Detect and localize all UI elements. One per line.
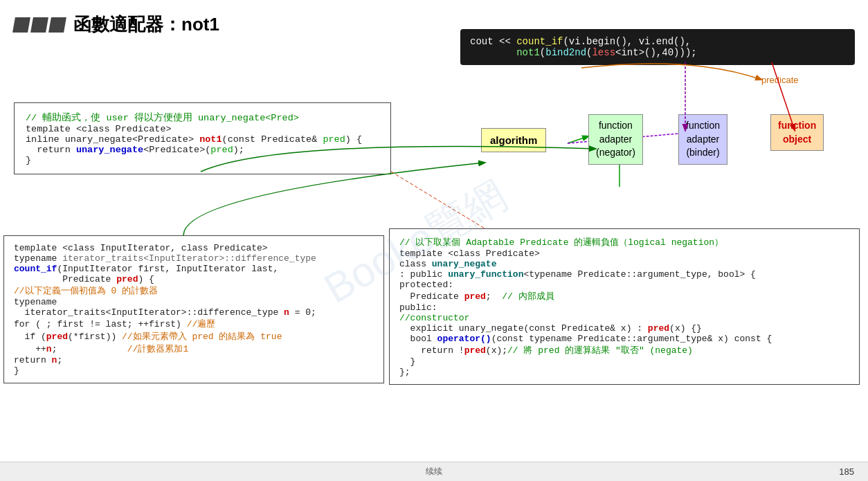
- unary-pred-init: pred: [648, 323, 669, 334]
- code-box-topright: cout << count_if(vi.begin(), vi.end(), n…: [460, 29, 855, 65]
- ci-line10: return n;: [14, 355, 374, 365]
- fa-negator-box: function adapter (negator): [588, 114, 643, 165]
- page-title: 函數適配器：not1: [73, 12, 219, 37]
- icon-bar-2: [30, 17, 48, 33]
- code-box-countif: template <class InputIterator, class Pre…: [3, 235, 384, 383]
- ci-pred-kw: pred: [116, 274, 138, 284]
- code-box-helper: // 輔助函式，使 user 得以方便使用 unary_negate<Pred>…: [14, 102, 391, 174]
- unary-constructor-comment: //constructor: [399, 313, 849, 323]
- helper-comment: // 輔助函式，使 user 得以方便使用 unary_negate<Pred>: [26, 111, 379, 124]
- pred-kw2: pred: [210, 145, 233, 155]
- fo-line2: object: [783, 134, 811, 145]
- ci-line7: for ( ; first != last; ++first) //遍歷: [14, 318, 374, 330]
- bottom-bar: 续续: [0, 462, 868, 481]
- ci-line11: }: [14, 365, 374, 376]
- ci-traits: iterator_traits<InputIterator>::differen…: [62, 253, 316, 264]
- unary-negate-class: unary_negate: [432, 259, 497, 269]
- not1-kw: not1: [199, 134, 221, 145]
- ci-if-comment: //如果元素帶入 pred 的結果為 true: [122, 332, 282, 342]
- title-area: 函數適配器：not1: [14, 12, 219, 37]
- ci-line3: count_if(InputIterator first, InputItera…: [14, 264, 374, 274]
- code-box-unary: // 以下取某個 Adaptable Predicate 的邏輯負值（logic…: [389, 228, 860, 385]
- nav-text: 续续: [426, 466, 442, 478]
- algorithm-box: algorithm: [481, 128, 546, 152]
- svg-line-0: [568, 136, 588, 143]
- unary-line8: bool operator()(const typename Predicate…: [399, 334, 849, 344]
- ci-for-comment: //遍歷: [187, 319, 216, 329]
- ci-comment1: //以下定義一個初值為 0 的計數器: [14, 284, 374, 297]
- unary-line11: };: [399, 367, 849, 377]
- unary-function-kw: unary_function: [448, 269, 523, 280]
- fa-negator-line3: (negator): [596, 147, 635, 158]
- ci-return-n: n: [52, 355, 57, 365]
- icon-bar-1: [12, 17, 30, 33]
- ci-inc-comment: //計數器累加1: [127, 344, 188, 354]
- code-line-2: not1(bind2nd(less<int>(),40)));: [470, 47, 845, 58]
- unary-line2: class unary_negate: [399, 259, 849, 269]
- ci-line1: template <class InputIterator, class Pre…: [14, 243, 374, 253]
- fa-negator-line1: function: [599, 120, 633, 131]
- fa-binder-box: function adapter (binder): [678, 114, 727, 165]
- unary-pred-call: pred: [464, 345, 486, 356]
- ci-line4: Predicate pred) {: [14, 274, 374, 284]
- not1-keyword: not1: [516, 47, 540, 58]
- unary-pred-member: pred: [464, 291, 486, 302]
- page-number: 185: [839, 466, 854, 477]
- code-line-1: cout << count_if(vi.begin(), vi.end(),: [470, 36, 845, 47]
- fa-binder-line1: function: [686, 120, 720, 131]
- less-keyword: less: [592, 47, 615, 58]
- ci-n-kw: n: [284, 307, 289, 318]
- fa-binder-line3: (binder): [686, 147, 719, 158]
- unary-operator-kw: operator(): [437, 334, 491, 344]
- helper-line3: return unary_negate<Predicate>(pred);: [26, 145, 379, 155]
- unary-pred-comment: // 內部成員: [502, 291, 554, 302]
- ci-line2: typename iterator_traits<InputIterator>:…: [14, 253, 374, 264]
- unary-line7: explicit unary_negate(const Predicate& x…: [399, 323, 849, 334]
- ci-countif-kw: count_if: [14, 264, 57, 274]
- ci-line5: typename: [14, 297, 374, 307]
- unary-line1: template <class Predicate>: [399, 248, 849, 259]
- bind2nd-keyword: bind2nd: [545, 47, 586, 58]
- count-if-keyword: count_if: [516, 36, 563, 47]
- helper-line1: template <class Predicate>: [26, 124, 379, 134]
- helper-line2: inline unary_negate<Predicate> not1(cons…: [26, 134, 379, 145]
- unary-negate-comment: // 將 pred 的運算結果 "取否" (negate): [507, 345, 693, 356]
- unary-comment-top: // 以下取某個 Adaptable Predicate 的邏輯負值（logic…: [399, 236, 849, 248]
- predicate-annotation: predicate: [761, 75, 798, 85]
- unary-line5: Predicate pred; // 內部成員: [399, 290, 849, 302]
- fa-binder-line2: adapter: [687, 134, 719, 145]
- unary-line4: protected:: [399, 280, 849, 290]
- function-object-box: function object: [770, 114, 824, 151]
- fo-line1: function: [778, 120, 816, 131]
- ci-n-inc: n: [46, 344, 52, 354]
- fa-negator-line2: adapter: [599, 134, 632, 145]
- title-icon: [14, 17, 65, 33]
- unary-line10: }: [399, 356, 849, 367]
- unary-line6: public:: [399, 302, 849, 313]
- unary-line3: : public unary_function<typename Predica…: [399, 269, 849, 280]
- helper-line4: }: [26, 155, 379, 165]
- icon-bar-3: [48, 17, 66, 33]
- unary-line9: return !pred(x);// 將 pred 的運算結果 "取否" (ne…: [399, 344, 849, 356]
- pred-kw: pred: [323, 134, 345, 145]
- ci-pred-call: pred: [46, 332, 68, 342]
- ci-line9: ++n; //計數器累加1: [14, 343, 374, 355]
- ci-line6: iterator_traits<InputIterator>::differen…: [14, 307, 374, 318]
- diagram-area: algorithm function adapter (negator) fun…: [460, 107, 855, 197]
- ci-line8: if (pred(*first)) //如果元素帶入 pred 的結果為 tru…: [14, 330, 374, 343]
- unary-negate-kw: unary_negate: [76, 145, 143, 155]
